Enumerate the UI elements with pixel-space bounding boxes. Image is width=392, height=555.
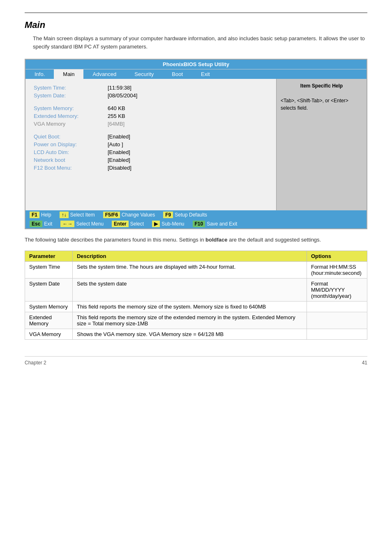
param-table: Parameter Description Options System Tim… xyxy=(25,251,367,340)
param-extended-memory: Extended Memory xyxy=(25,312,73,329)
desc-save-exit: Save and Exit xyxy=(207,221,237,227)
key-esc: Esc xyxy=(30,221,42,227)
menu-item-main[interactable]: Main xyxy=(54,69,83,79)
table-row: System Memory This field reports the mem… xyxy=(25,301,367,312)
table-row: System Date Sets the system date Format … xyxy=(25,278,367,301)
opt-system-time: Format HH:MM:SS(hour:minute:second) xyxy=(307,261,367,278)
value-network-boot[interactable]: [Enabled] xyxy=(108,157,130,163)
bios-row-network-boot: Network boot [Enabled] xyxy=(34,157,268,163)
bios-row-f12-boot-menu: F12 Boot Menu: [Disabled] xyxy=(34,165,268,171)
desc-sub-menu: Sub-Menu xyxy=(161,221,184,227)
desc-select: Select xyxy=(130,221,144,227)
bios-status-bar-1: F1 Help ↑↓ Select Item F5/F6 Change Valu… xyxy=(25,210,367,219)
param-vga-memory: VGA Memory xyxy=(25,329,73,339)
label-quiet-boot: Quiet Boot: xyxy=(34,134,108,140)
label-f12-boot-menu: F12 Boot Menu: xyxy=(34,165,108,171)
status-f5f6-change: F5/F6 Change Values xyxy=(99,210,159,219)
status-f1-help: F1 Help xyxy=(25,210,55,219)
menu-item-advanced[interactable]: Advanced xyxy=(83,69,125,79)
opt-extended-memory xyxy=(307,312,367,329)
footer-right: 41 xyxy=(362,360,367,366)
key-f10: F10 xyxy=(193,221,205,227)
param-system-date: System Date xyxy=(25,278,73,301)
bios-row-system-memory: System Memory: 640 KB xyxy=(34,105,268,111)
bios-help-panel: Item Specific Help <Tab>, <Shift-Tab>, o… xyxy=(276,79,367,210)
label-network-boot: Network boot xyxy=(34,157,108,163)
table-row: Extended Memory This field reports the m… xyxy=(25,312,367,329)
opt-vga-memory xyxy=(307,329,367,339)
param-system-time: System Time xyxy=(25,261,73,278)
label-system-date: System Date: xyxy=(34,92,108,99)
value-system-time[interactable]: [11:59:38] xyxy=(108,85,131,91)
key-submenu-arrow: ▶ xyxy=(152,221,160,227)
status-f9-setup: F9 Setup Defaults xyxy=(159,210,211,219)
value-f12-boot-menu[interactable]: [Disabled] xyxy=(108,165,131,171)
value-extended-memory: 255 KB xyxy=(108,113,125,119)
label-system-memory: System Memory: xyxy=(34,105,108,111)
bios-row-power-on-display: Power on Display: [Auto ] xyxy=(34,141,268,147)
intro-text: The Main screen displays a summary of yo… xyxy=(33,35,367,51)
table-header-options: Options xyxy=(307,251,367,261)
status-f10-save: F10 Save and Exit xyxy=(189,219,242,228)
value-quiet-boot[interactable]: [Enabled] xyxy=(108,134,130,140)
key-updown: ↑↓ xyxy=(60,212,69,218)
key-leftright: ←→ xyxy=(60,221,74,227)
menu-item-info[interactable]: Info. xyxy=(25,69,54,79)
status-enter-select: Enter Select xyxy=(108,219,148,228)
key-f9: F9 xyxy=(163,212,173,218)
label-vga-memory: VGA Memory xyxy=(34,121,108,127)
label-extended-memory: Extended Memory: xyxy=(34,113,108,119)
bios-content-area: System Time: [11:59:38] System Date: [08… xyxy=(25,79,367,210)
table-row: System Time Sets the system time. The ho… xyxy=(25,261,367,278)
value-lcd-auto-dim[interactable]: [Enabled] xyxy=(108,149,130,155)
label-system-time: System Time: xyxy=(34,85,108,91)
bios-row-extended-memory: Extended Memory: 255 KB xyxy=(34,113,268,119)
desc-select-menu: Select Menu xyxy=(76,221,104,227)
below-bios-text: The following table describes the parame… xyxy=(25,236,367,244)
desc-system-time: Sets the system time. The hours are disp… xyxy=(72,261,307,278)
status-esc-exit: Esc Exit xyxy=(25,219,56,228)
bios-row-system-date: System Date: [08/05/2004] xyxy=(34,92,268,99)
key-enter: Enter xyxy=(112,221,129,227)
bios-menu-bar: Info. Main Advanced Security Boot Exit xyxy=(25,69,367,79)
value-system-date[interactable]: [08/05/2004] xyxy=(108,92,137,99)
menu-item-exit[interactable]: Exit xyxy=(192,69,219,79)
value-power-on-display[interactable]: [Auto ] xyxy=(108,141,123,147)
help-title: Item Specific Help xyxy=(281,83,362,89)
desc-exit: Exit xyxy=(44,221,52,227)
status-leftright-menu: ←→ Select Menu xyxy=(56,219,108,228)
desc-help: Help xyxy=(41,212,51,218)
desc-system-memory: This field reports the memory size of th… xyxy=(72,301,307,312)
opt-system-memory xyxy=(307,301,367,312)
table-row: VGA Memory Shows the VGA memory size. VG… xyxy=(25,329,367,339)
page-title: Main xyxy=(25,20,367,30)
menu-item-boot[interactable]: Boot xyxy=(163,69,192,79)
label-power-on-display: Power on Display: xyxy=(34,141,108,147)
status-submenu: ▶ Sub-Menu xyxy=(148,219,188,228)
table-header-description: Description xyxy=(72,251,307,261)
bios-box: PhoenixBIOS Setup Utility Info. Main Adv… xyxy=(25,59,367,229)
footer-left: Chapter 2 xyxy=(25,360,46,366)
bios-row-vga-memory: VGA Memory [64MB] xyxy=(34,121,268,127)
help-content: <Tab>, <Shift-Tab>, or <Enter> selects f… xyxy=(281,97,362,112)
desc-vga-memory: Shows the VGA memory size. VGA Memory si… xyxy=(72,329,307,339)
status-updown-select: ↑↓ Select Item xyxy=(55,210,99,219)
opt-system-date: Format MM/DD/YYYY(month/day/year) xyxy=(307,278,367,301)
desc-change-values: Change Values xyxy=(122,212,155,218)
bios-row-quiet-boot: Quiet Boot: [Enabled] xyxy=(34,134,268,140)
desc-extended-memory: This field reports the memory size of th… xyxy=(72,312,307,329)
menu-item-security[interactable]: Security xyxy=(125,69,163,79)
label-lcd-auto-dim: LCD Auto Dim: xyxy=(34,149,108,155)
desc-setup-defaults: Setup Defaults xyxy=(175,212,207,218)
desc-system-date: Sets the system date xyxy=(72,278,307,301)
bios-title-bar: PhoenixBIOS Setup Utility xyxy=(25,60,367,69)
bios-row-lcd-auto-dim: LCD Auto Dim: [Enabled] xyxy=(34,149,268,155)
bios-row-system-time: System Time: [11:59:38] xyxy=(34,85,268,91)
param-system-memory: System Memory xyxy=(25,301,73,312)
key-f1: F1 xyxy=(30,212,39,218)
footer: Chapter 2 41 xyxy=(25,356,367,366)
value-vga-memory: [64MB] xyxy=(108,121,125,127)
desc-select-item: Select Item xyxy=(70,212,95,218)
value-system-memory: 640 KB xyxy=(108,105,125,111)
bios-status-bar-2: Esc Exit ←→ Select Menu Enter Select ▶ S… xyxy=(25,219,367,228)
